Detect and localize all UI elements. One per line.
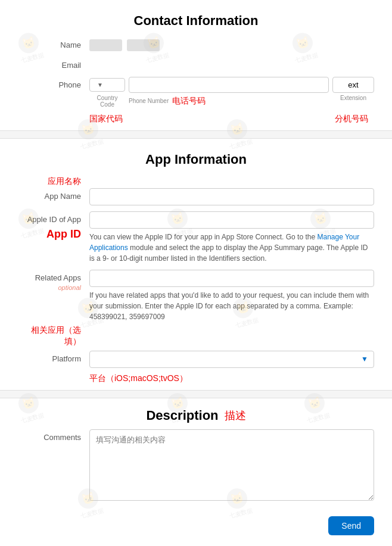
description-title-row: Description 描述 — [0, 398, 392, 429]
related-apps-label: Related Apps optional — [18, 270, 89, 292]
related-apps-annotation-row: 相关应用（选填） — [18, 325, 374, 347]
apple-id-annotation: App ID — [46, 228, 81, 240]
phone-ext-input[interactable] — [332, 77, 374, 93]
related-apps-field: If you have related apps that you'd like… — [89, 270, 374, 322]
app-name-field — [89, 188, 374, 205]
description-title: Description — [146, 408, 218, 423]
email-field — [89, 57, 374, 70]
related-apps-info: If you have related apps that you'd like… — [89, 290, 374, 322]
related-apps-row: Related Apps optional If you have relate… — [18, 270, 374, 322]
app-form: 应用名称 App Name Apple ID of App App ID — [0, 176, 392, 384]
app-name-label: App Name — [18, 188, 89, 202]
app-name-annotation: 应用名称 — [48, 176, 81, 186]
phone-inputs: ▼ — [89, 77, 374, 93]
app-name-annotation-row: 应用名称 — [18, 176, 374, 187]
contact-title: Contact Information — [0, 0, 392, 37]
email-label: Email — [18, 57, 89, 71]
send-button[interactable]: Send — [328, 516, 374, 535]
platform-select-wrapper: iOS macOS tvOS iOS;macOS;tvOS ▼ — [89, 351, 374, 368]
description-title-annotation: 描述 — [225, 408, 246, 423]
platform-field: iOS macOS tvOS iOS;macOS;tvOS ▼ — [89, 351, 374, 368]
platform-annotation-row: 平台（iOS;macOS;tvOS） — [18, 373, 374, 384]
related-apps-annotation: 相关应用（选填） — [31, 325, 81, 346]
related-apps-input[interactable] — [89, 270, 374, 287]
chevron-down-icon: ▼ — [97, 82, 103, 88]
section-separator — [0, 130, 392, 139]
app-section: App Information 应用名称 App Name Apple ID o… — [0, 139, 392, 384]
name-label: Name — [18, 37, 89, 51]
extension-label: Extension — [332, 95, 374, 101]
phone-annotation-row: 国家代码 分机号码 — [18, 114, 374, 124]
section-separator-2 — [0, 390, 392, 398]
platform-row: Platform iOS macOS tvOS iOS;macOS;tvOS ▼ — [18, 351, 374, 368]
contact-section: Contact Information Name Email — [0, 0, 392, 124]
contact-form: Name Email Phone — [0, 37, 392, 124]
phone-row: Phone ▼ Country Code Phone Number 电话号码 — [18, 77, 374, 108]
platform-label: Platform — [18, 351, 89, 364]
page: 🐱 七麦数据 🐱 七麦数据 🐱 七麦数据 🐱 七麦数据 🐱 七麦数据 🐱 七麦数… — [0, 0, 392, 546]
description-section: Description 描述 Comments — [0, 398, 392, 503]
name-display — [89, 37, 374, 51]
comments-field — [89, 429, 374, 503]
email-display — [89, 57, 374, 70]
phone-field: ▼ Country Code Phone Number 电话号码 Extensi… — [89, 77, 374, 108]
platform-select[interactable]: iOS macOS tvOS iOS;macOS;tvOS — [89, 351, 374, 368]
phone-sublabels: Country Code Phone Number 电话号码 Extension — [89, 95, 374, 108]
name-first-block — [89, 39, 122, 51]
phone-number-input[interactable] — [129, 77, 329, 93]
country-code-select[interactable]: ▼ — [89, 78, 125, 92]
phone-annotation: 电话号码 — [172, 96, 206, 107]
footer-row: Send — [0, 509, 392, 535]
app-title: App Information — [0, 139, 392, 176]
email-row: Email — [18, 57, 374, 71]
app-name-input[interactable] — [89, 188, 374, 205]
phone-label: Phone — [18, 77, 89, 91]
comments-textarea[interactable] — [89, 429, 374, 501]
description-form: Comments — [0, 429, 392, 503]
ext-annotation: 分机号码 — [335, 114, 368, 124]
apple-id-field: You can view the Apple ID for your app i… — [89, 211, 374, 264]
country-code-annotation: 国家代码 — [89, 114, 123, 124]
country-code-label: Country Code — [89, 95, 125, 108]
comments-label: Comments — [18, 429, 89, 443]
comments-row: Comments — [18, 429, 374, 503]
name-field — [89, 37, 374, 51]
name-last-block — [127, 39, 160, 51]
app-name-row: App Name — [18, 188, 374, 205]
apple-id-info: You can view the Apple ID for your app i… — [89, 232, 374, 264]
phone-number-label: Phone Number 电话号码 — [129, 95, 329, 108]
apple-id-label: Apple ID of App App ID — [18, 211, 89, 241]
platform-annotation: 平台（iOS;macOS;tvOS） — [89, 373, 188, 383]
apple-id-row: Apple ID of App App ID You can view the … — [18, 211, 374, 264]
apple-id-input[interactable] — [89, 211, 374, 229]
name-row: Name — [18, 37, 374, 51]
